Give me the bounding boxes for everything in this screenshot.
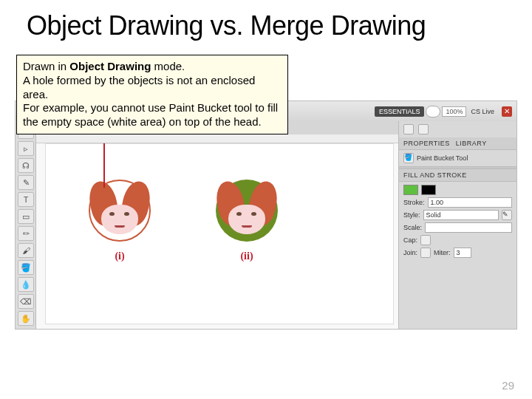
scale-dropdown[interactable] (425, 222, 512, 233)
workspace-dropdown[interactable]: ESSENTIALS (375, 106, 425, 117)
fill-swatch[interactable] (403, 185, 418, 195)
hand-tool-icon[interactable]: ✋ (18, 311, 34, 326)
pencil-edit-icon[interactable]: ✎ (502, 210, 512, 220)
page-number: 29 (502, 379, 514, 392)
mouth (115, 225, 125, 228)
canvas-area: Untitled-1 (i) (36, 121, 398, 329)
text-tool-icon[interactable]: T (18, 192, 34, 207)
slide-title: Object Drawing vs. Merge Drawing (27, 10, 517, 41)
eyedrop-tool-icon[interactable]: 💧 (18, 277, 34, 292)
rect-tool-icon[interactable]: ▭ (18, 209, 34, 224)
close-icon[interactable]: ✕ (502, 106, 512, 117)
join-option-icon[interactable] (420, 248, 431, 258)
join-label: Join: (403, 249, 417, 256)
callout-leader-line (103, 143, 105, 188)
callout-line-1c: mode. (151, 60, 185, 72)
face-skin-ii (228, 205, 265, 234)
search-field-icon[interactable] (426, 106, 440, 117)
callout-line-1a: Drawn in (23, 60, 69, 72)
scale-label: Scale: (403, 224, 422, 231)
callout-line-1b: Object Drawing (69, 60, 151, 72)
callout-line-2: A hole formed by the objects is not an e… (23, 74, 282, 102)
lasso-tool-icon[interactable]: ☊ (18, 158, 34, 173)
cap-option-icon[interactable] (420, 235, 431, 245)
stroke-label: Stroke: (403, 199, 425, 206)
miter-input[interactable]: 3 (454, 248, 471, 258)
bucket-icon: 🪣 (403, 153, 414, 163)
label-ii: (ii) (216, 250, 278, 262)
brush-tool-icon[interactable]: 🖌 (18, 243, 34, 258)
tool-name-row: 🪣 Paint Bucket Tool (403, 153, 512, 163)
cap-label: Cap: (403, 236, 417, 244)
stroke-swatch[interactable] (421, 185, 436, 195)
pencil-tool-icon[interactable]: ✏ (18, 226, 34, 241)
stroke-value-input[interactable]: 1.00 (428, 197, 512, 208)
properties-panel-tabs: PROPERTIES LIBRARY (399, 137, 516, 150)
subselect-tool-icon[interactable]: ▹ (18, 141, 34, 156)
app-body: ▸ ▹ ☊ ✎ T ▭ ✏ 🖌 🪣 💧 ⌫ ✋ Untitled-1 (16, 121, 516, 329)
pen-tool-icon[interactable]: ✎ (18, 175, 34, 190)
eye-left (109, 212, 115, 216)
tools-panel: ▸ ▹ ☊ ✎ T ▭ ✏ 🖌 🪣 💧 ⌫ ✋ (16, 121, 36, 329)
properties-panel-body: 🪣 Paint Bucket Tool (399, 150, 516, 166)
right-panel-group: PROPERTIES LIBRARY 🪣 Paint Bucket Tool F… (398, 121, 516, 329)
style-dropdown[interactable]: Solid (423, 210, 499, 220)
fill-stroke-body: Stroke: 1.00 Style: Solid ✎ Scale: Cap: (399, 182, 516, 261)
ruler-horizontal (36, 134, 398, 143)
face-merge-drawing: (ii) (216, 180, 278, 253)
eraser-tool-icon[interactable]: ⌫ (18, 294, 34, 309)
fill-stroke-header: FILL AND STROKE (399, 169, 516, 182)
callout-line-1: Drawn in Object Drawing mode. (23, 60, 282, 74)
face-object-drawing: (i) (89, 180, 151, 253)
props-mini-icon[interactable] (403, 124, 414, 134)
callout-line-3: For example, you cannot use Paint Bucket… (23, 101, 282, 129)
eye-left-ii (236, 212, 242, 216)
flash-app-window: File Edit View Insert Modify ESSENTIALS … (15, 100, 517, 330)
label-i: (i) (89, 250, 151, 262)
stage[interactable]: (i) (ii) (45, 143, 394, 324)
eye-right-ii (251, 212, 256, 216)
cs-live-button[interactable]: CS Live (468, 108, 497, 115)
callout-box: Drawn in Object Drawing mode. A hole for… (16, 55, 288, 134)
lib-mini-icon[interactable] (418, 124, 429, 134)
fill-stroke-title: FILL AND STROKE (403, 171, 467, 179)
zoom-input[interactable]: 100% (442, 106, 466, 117)
panel-icon-row (399, 121, 516, 137)
miter-label: Miter: (434, 249, 451, 256)
face-skin (101, 205, 138, 234)
bucket-tool-icon[interactable]: 🪣 (18, 260, 34, 275)
mouth-ii (242, 225, 252, 228)
eye-right (124, 212, 129, 216)
tool-name-label: Paint Bucket Tool (417, 154, 468, 162)
properties-tab[interactable]: PROPERTIES (403, 140, 450, 147)
style-label: Style: (403, 211, 420, 219)
library-tab[interactable]: LIBRARY (456, 140, 487, 147)
